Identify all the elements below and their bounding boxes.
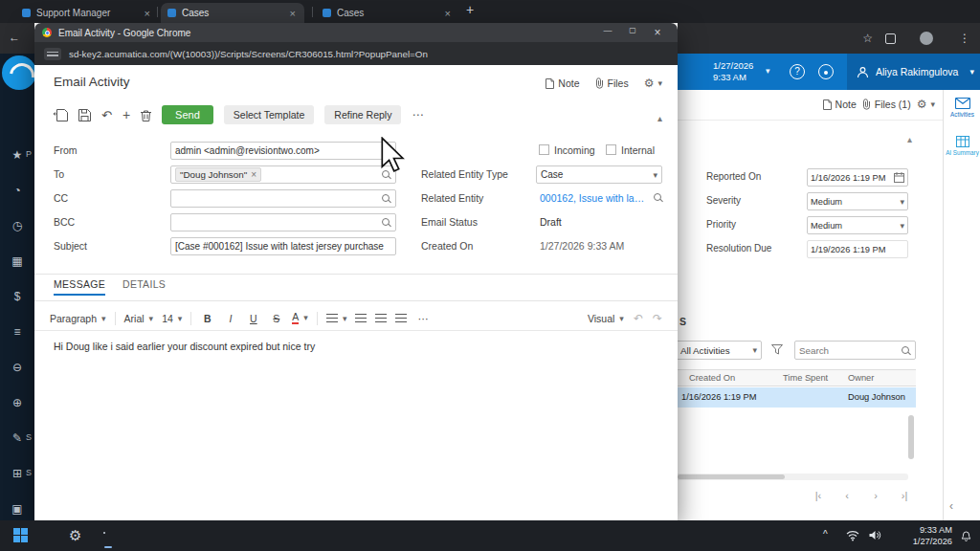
settings-button[interactable]: ⚙ ▾	[644, 77, 662, 90]
chevron-down-icon[interactable]: ▾	[900, 197, 904, 207]
lookup-icon[interactable]	[653, 192, 663, 203]
note-button[interactable]: Note	[823, 99, 857, 110]
activity-row-selected[interactable]: 1/16/2026 1:19 PM Doug Johnson	[670, 387, 916, 408]
vertical-scrollbar[interactable]	[908, 415, 914, 459]
last-page-button[interactable]: ›|	[894, 490, 915, 501]
more-formatting-button[interactable]: ⋯	[415, 313, 430, 324]
font-size-select[interactable]: 14 ▾	[162, 313, 182, 324]
font-family-select[interactable]: Arial ▾	[124, 313, 154, 324]
chevron-down-icon[interactable]: ▾	[653, 170, 657, 180]
undo-button[interactable]: ↶	[634, 312, 643, 325]
resolution-due-field[interactable]: 1/19/2026 1:19 PM	[807, 240, 908, 258]
search-input[interactable]	[799, 345, 901, 356]
files-button[interactable]: Files	[595, 77, 629, 89]
delete-button[interactable]	[141, 109, 151, 121]
indent-button[interactable]	[395, 314, 407, 322]
chevron-down-icon[interactable]: ▾	[969, 67, 974, 77]
files-button[interactable]: Files (1)	[862, 99, 911, 110]
site-settings-icon[interactable]	[44, 48, 61, 60]
help-button[interactable]: ?	[790, 64, 805, 79]
note-button[interactable]: Note	[546, 77, 579, 89]
close-button[interactable]: ×	[645, 26, 670, 39]
browser-menu-icon[interactable]: ⋮	[959, 32, 970, 45]
save-close-button[interactable]	[54, 109, 68, 121]
volume-icon[interactable]	[869, 530, 881, 540]
sidebar-banking-icon[interactable]: $	[0, 289, 34, 304]
side-panel-ai-summary[interactable]: AI Summary	[944, 136, 980, 156]
underline-button[interactable]: U	[246, 313, 260, 324]
redo-button[interactable]: ↷	[653, 312, 662, 325]
save-button[interactable]	[78, 109, 91, 121]
browser-window-icon[interactable]	[885, 33, 896, 44]
activities-filter-select[interactable]: All Activities ▾	[676, 341, 762, 360]
remove-recipient-icon[interactable]: ×	[251, 169, 256, 180]
tab-close-icon[interactable]: ×	[443, 8, 453, 19]
minimize-button[interactable]: —	[595, 26, 620, 39]
related-entity-type-select[interactable]: Case ▾	[536, 165, 662, 184]
priority-select[interactable]: Medium ▾	[807, 216, 908, 234]
column-created-on[interactable]: Created On	[689, 373, 735, 383]
lookup-icon[interactable]	[381, 217, 391, 228]
sidebar-sales-icon[interactable]: ⊕	[0, 395, 34, 410]
column-time-spent[interactable]: Time Spent	[783, 373, 828, 383]
recipient-chip[interactable]: "Doug Johnson" ×	[175, 167, 261, 182]
browser-tab-support-manager[interactable]: Support Manager ×	[15, 3, 159, 23]
taskbar-clock[interactable]: 9:33 AM 1/27/2026	[893, 525, 952, 547]
cc-input[interactable]	[170, 189, 396, 208]
message-body-editor[interactable]: Hi Doug like i said earlier your discoun…	[34, 331, 678, 520]
tab-close-icon[interactable]: ×	[143, 8, 152, 19]
prev-page-button[interactable]: ‹	[836, 490, 858, 501]
sidebar-payables-icon[interactable]: ≡	[0, 324, 34, 340]
collapse-form-icon[interactable]: ▴	[657, 113, 662, 123]
column-owner[interactable]: Owner	[848, 373, 874, 383]
internal-checkbox[interactable]	[606, 144, 616, 155]
bcc-input[interactable]	[170, 213, 396, 231]
scrollbar-thumb[interactable]	[678, 474, 785, 479]
bookmark-star-icon[interactable]: ☆	[862, 32, 873, 45]
notifications-bell-icon[interactable]	[961, 530, 971, 541]
visual-mode-select[interactable]: Visual ▾	[588, 313, 624, 324]
settings-button[interactable]: ⚙ ▾	[917, 98, 935, 111]
browser-tab-cases-1[interactable]: Cases ×	[161, 3, 304, 23]
lookup-icon[interactable]	[381, 193, 391, 204]
tab-close-icon[interactable]: ×	[288, 8, 298, 19]
more-actions-button[interactable]: ⋯	[412, 108, 423, 121]
numbered-list-button[interactable]	[355, 314, 367, 322]
start-button[interactable]	[13, 528, 28, 542]
bullet-list-button[interactable]	[375, 314, 387, 322]
new-tab-button[interactable]: +	[466, 2, 474, 17]
maximize-button[interactable]: ▢	[620, 26, 645, 39]
send-button[interactable]: Send	[162, 105, 213, 124]
back-icon[interactable]: ←	[9, 31, 20, 44]
popup-title-bar[interactable]: Email Activity - Google Chrome — ▢ ×	[34, 23, 678, 42]
paragraph-style-select[interactable]: Paragraph ▾	[50, 313, 106, 324]
wifi-icon[interactable]	[846, 530, 859, 541]
text-color-button[interactable]: A ▾	[292, 312, 308, 325]
sidebar-time-icon[interactable]: ◷	[0, 218, 34, 233]
subject-input[interactable]: [Case #000162] Issue with latest jersey …	[170, 237, 396, 255]
business-date-select[interactable]: 1/27/2026 9:33 AM	[713, 60, 753, 83]
activities-search[interactable]	[794, 341, 916, 360]
settings-taskbar-icon[interactable]: ⚙	[69, 527, 81, 544]
filter-funnel-icon[interactable]	[771, 344, 783, 355]
align-button[interactable]: ▾	[326, 314, 347, 323]
insert-button[interactable]: +	[122, 107, 130, 122]
collapse-side-panel-icon[interactable]: ‹	[949, 499, 953, 513]
browser-tab-cases-2[interactable]: Cases ×	[316, 3, 459, 23]
to-input[interactable]: "Doug Johnson" ×	[170, 165, 396, 184]
tray-expand-icon[interactable]: ^	[823, 529, 828, 540]
side-panel-activities[interactable]: Activities	[944, 98, 980, 118]
sidebar-receivables-icon[interactable]: ⊖	[0, 360, 34, 375]
notifications-icon[interactable]	[818, 64, 834, 79]
sidebar-inventory-icon[interactable]: ▣	[0, 501, 34, 517]
popup-address-bar[interactable]: sd-key2.acumatica.com/(W(10003))/Scripts…	[34, 42, 678, 65]
activities-tab-clipped[interactable]: S	[679, 316, 686, 327]
related-entity-link[interactable]: 000162, Issue with la…	[540, 192, 644, 204]
tab-details[interactable]: DETAILS	[122, 278, 166, 290]
refine-reply-button[interactable]: Refine Reply	[324, 105, 401, 124]
severity-select[interactable]: Medium ▾	[807, 192, 908, 210]
tab-message[interactable]: MESSAGE	[54, 278, 105, 296]
calendar-icon[interactable]	[894, 172, 904, 183]
horizontal-scrollbar[interactable]	[676, 474, 908, 480]
search-icon[interactable]	[901, 345, 911, 356]
